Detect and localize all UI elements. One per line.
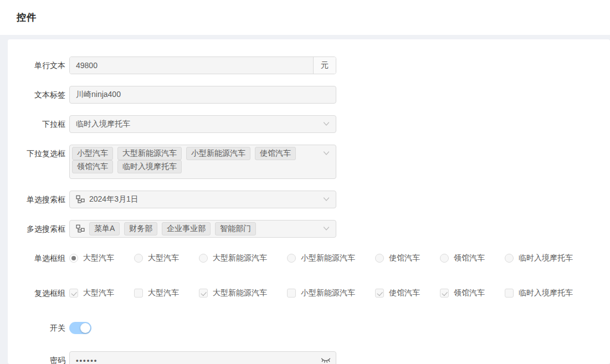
radio-icon xyxy=(505,254,514,263)
radio-option-label: 小型新能源汽车 xyxy=(301,253,355,263)
single-search-label: 单选搜索框 xyxy=(8,191,65,208)
switch-toggle[interactable] xyxy=(69,322,91,334)
chevron-down-icon xyxy=(323,225,330,232)
form-row-password: 密码 xyxy=(8,351,599,364)
form-card: 单行文本 元 文本标签 下拉框 临时入境摩托车 xyxy=(8,39,610,364)
checkbox-option[interactable]: 大型新能源汽车 xyxy=(199,288,267,298)
dropdown-select[interactable]: 临时入境摩托车 xyxy=(69,115,336,133)
eye-invisible-icon[interactable] xyxy=(321,356,331,364)
chevron-down-icon xyxy=(323,121,330,127)
radio-group-label: 单选框组 xyxy=(8,249,65,267)
form-row-radio-group: 单选框组 大型汽车 大型汽车 大型新能源汽车 xyxy=(8,249,599,267)
page-title: 控件 xyxy=(17,11,37,24)
radio-option[interactable]: 临时入境摩托车 xyxy=(505,253,573,263)
dropdown-selected-value: 临时入境摩托车 xyxy=(76,119,130,129)
page-header: 控件 xyxy=(0,0,610,35)
form-row-multi-search: 多选搜索框 菜单A财务部企业事业部智能部门 xyxy=(8,220,599,238)
selected-tag[interactable]: 财务部 xyxy=(124,222,157,235)
form-row-multi-dropdown: 下拉复选框 小型汽车大型新能源汽车小型新能源汽车使馆汽车领馆汽车临时入境摩托车 xyxy=(8,145,599,179)
checkbox-icon xyxy=(199,289,208,298)
radio-option-label: 大型汽车 xyxy=(148,253,179,263)
checkbox-icon xyxy=(505,289,514,298)
selected-tag[interactable]: 小型汽车 xyxy=(72,147,113,160)
text-tag-input[interactable] xyxy=(69,86,336,104)
radio-option[interactable]: 大型汽车 xyxy=(134,253,179,263)
checkbox-option-label: 小型新能源汽车 xyxy=(301,288,355,298)
checkbox-option-label: 临时入境摩托车 xyxy=(519,288,573,298)
form-row-single-text: 单行文本 元 xyxy=(8,57,599,74)
text-tag-field xyxy=(69,86,336,104)
radio-option-label: 大型汽车 xyxy=(83,253,114,263)
radio-icon xyxy=(375,254,384,263)
chevron-down-icon xyxy=(323,196,330,203)
switch-knob xyxy=(80,323,90,333)
single-text-field: 元 xyxy=(69,57,336,74)
input-addon-unit: 元 xyxy=(313,57,336,74)
radio-icon xyxy=(199,254,208,263)
dropdown-label: 下拉框 xyxy=(8,115,65,133)
chevron-down-icon xyxy=(323,150,330,157)
form-row-checkbox-group: 复选框组 大型汽车 大型汽车 大型新能源汽车 xyxy=(8,284,599,302)
checkbox-option-label: 大型汽车 xyxy=(148,288,179,298)
selected-tag[interactable]: 临时入境摩托车 xyxy=(117,160,182,173)
form-row-text-tag: 文本标签 xyxy=(8,86,599,104)
radio-option-label: 临时入境摩托车 xyxy=(519,253,573,263)
radio-option[interactable]: 使馆汽车 xyxy=(375,253,420,263)
app-root: 控件 单行文本 元 文本标签 下拉框 临时入境摩托车 xyxy=(0,0,610,364)
form-row-single-search: 单选搜索框 2024年3月1日 xyxy=(8,191,599,208)
checkbox-option[interactable]: 大型汽车 xyxy=(134,288,179,298)
form-row-switch: 开关 xyxy=(8,319,599,337)
radio-option-label: 使馆汽车 xyxy=(389,253,420,263)
password-input[interactable] xyxy=(69,351,336,364)
radio-option[interactable]: 大型新能源汽车 xyxy=(199,253,267,263)
radio-option[interactable]: 领馆汽车 xyxy=(440,253,485,263)
multi-dropdown-tag-list: 小型汽车大型新能源汽车小型新能源汽车使馆汽车领馆汽车临时入境摩托车 xyxy=(69,145,336,179)
password-field xyxy=(69,351,336,364)
radio-icon xyxy=(440,254,449,263)
multi-dropdown-label: 下拉复选框 xyxy=(8,145,65,162)
single-search-select[interactable]: 2024年3月1日 xyxy=(69,191,336,208)
selected-tag[interactable]: 领馆汽车 xyxy=(72,160,113,173)
selected-tag[interactable]: 小型新能源汽车 xyxy=(186,147,250,160)
checkbox-option-label: 大型新能源汽车 xyxy=(213,288,267,298)
checkbox-option[interactable]: 领馆汽车 xyxy=(440,288,485,298)
checkbox-option[interactable]: 大型汽车 xyxy=(69,288,114,298)
checkbox-icon xyxy=(375,289,384,298)
radio-option[interactable]: 大型汽车 xyxy=(69,253,114,263)
multi-search-label: 多选搜索框 xyxy=(8,220,65,238)
checkbox-option-label: 使馆汽车 xyxy=(389,288,420,298)
checkbox-option[interactable]: 使馆汽车 xyxy=(375,288,420,298)
selected-tag[interactable]: 智能部门 xyxy=(215,222,256,235)
multi-search-tag-list: 菜单A财务部企业事业部智能部门 xyxy=(69,220,336,238)
checkbox-option-label: 领馆汽车 xyxy=(454,288,485,298)
radio-icon xyxy=(69,254,78,263)
single-text-input[interactable] xyxy=(70,57,313,74)
tree-structure-icon xyxy=(76,224,85,233)
selected-tag[interactable]: 使馆汽车 xyxy=(255,147,296,160)
single-text-label: 单行文本 xyxy=(8,57,65,74)
switch-label: 开关 xyxy=(8,319,65,337)
checkbox-option[interactable]: 小型新能源汽车 xyxy=(287,288,355,298)
checkbox-option[interactable]: 临时入境摩托车 xyxy=(505,288,573,298)
selected-tag[interactable]: 菜单A xyxy=(89,222,120,235)
selected-tag[interactable]: 企业事业部 xyxy=(162,222,211,235)
single-search-value: 2024年3月1日 xyxy=(89,194,139,204)
multi-search-select[interactable]: 菜单A财务部企业事业部智能部门 xyxy=(69,220,336,238)
checkbox-group-label: 复选框组 xyxy=(8,284,65,302)
tree-structure-icon xyxy=(76,195,85,204)
checkbox-group: 大型汽车 大型汽车 大型新能源汽车 小型新能源汽车 xyxy=(69,288,573,298)
form-row-dropdown: 下拉框 临时入境摩托车 xyxy=(8,115,599,133)
selected-tag[interactable]: 大型新能源汽车 xyxy=(117,147,182,160)
radio-option-label: 大型新能源汽车 xyxy=(213,253,267,263)
text-tag-label: 文本标签 xyxy=(8,86,65,104)
multi-dropdown-select[interactable]: 小型汽车大型新能源汽车小型新能源汽车使馆汽车领馆汽车临时入境摩托车 xyxy=(69,145,336,179)
checkbox-icon xyxy=(440,289,449,298)
checkbox-option-label: 大型汽车 xyxy=(83,288,114,298)
radio-icon xyxy=(287,254,296,263)
checkbox-icon xyxy=(134,289,143,298)
password-label: 密码 xyxy=(8,351,65,364)
radio-group: 大型汽车 大型汽车 大型新能源汽车 小型新能源汽车 xyxy=(69,253,573,263)
checkbox-icon xyxy=(69,289,78,298)
radio-icon xyxy=(134,254,143,263)
radio-option[interactable]: 小型新能源汽车 xyxy=(287,253,355,263)
